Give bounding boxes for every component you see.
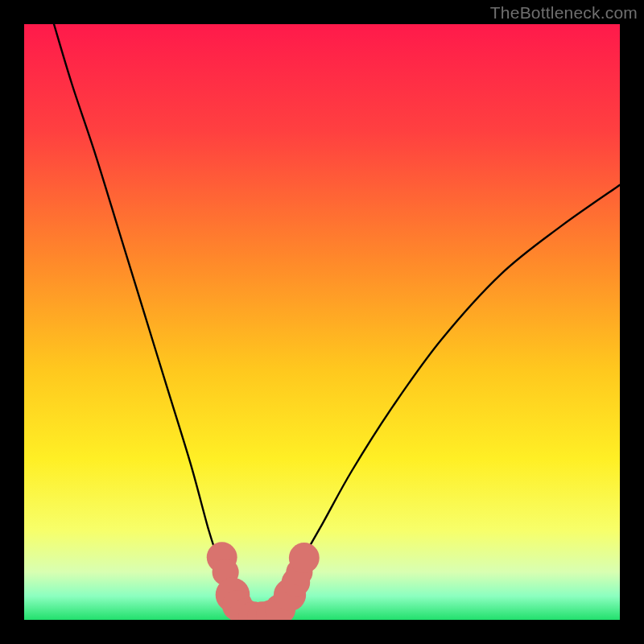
- curve-layer: [24, 24, 620, 620]
- data-marker: [289, 543, 320, 573]
- watermark-text: TheBottleneck.com: [490, 3, 638, 23]
- data-markers: [207, 542, 320, 620]
- plot-area: [24, 24, 620, 620]
- bottleneck-curve: [54, 24, 620, 617]
- chart-frame: TheBottleneck.com: [0, 0, 644, 644]
